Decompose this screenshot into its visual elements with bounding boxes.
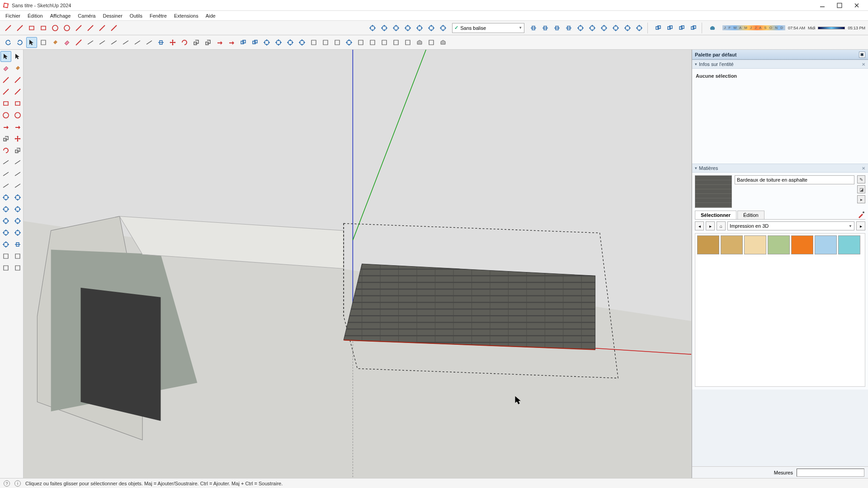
toggle-terrain[interactable] [320,37,331,48]
move-2[interactable] [167,37,178,48]
rotate-tool[interactable] [0,145,11,156]
eraser-tool[interactable] [0,63,11,74]
panel-close-icon[interactable]: ✕ [862,166,865,171]
tag-dropdown[interactable]: ✓ Sans balise ▼ [452,23,524,33]
pan-2[interactable] [273,37,284,48]
zoom-2[interactable] [285,37,296,48]
viewport-3d[interactable] [24,50,692,478]
three-point-arc-tool[interactable] [108,23,119,33]
minimize-button[interactable] [814,0,831,10]
preview-match[interactable] [344,37,354,48]
zoom-tool[interactable] [0,204,11,215]
pushpull-tool[interactable] [0,122,11,132]
solid-union[interactable] [653,23,664,33]
section-plane[interactable] [528,23,539,33]
rotated-rect-l[interactable] [12,98,23,109]
section-fill[interactable] [563,23,574,33]
section-tool[interactable] [156,37,166,48]
zoom-extents[interactable] [587,23,598,33]
get-models[interactable] [355,37,366,48]
lib-fwd-button[interactable]: ▸ [706,221,715,230]
text-tool[interactable] [120,37,131,48]
solid-subtract[interactable] [665,23,675,33]
entity-info-header[interactable]: ▾ Infos sur l'entité ✕ [692,60,868,69]
share-model[interactable] [367,37,378,48]
orbit-tool[interactable] [0,192,11,203]
right-view[interactable] [426,23,437,33]
line-tool[interactable] [3,23,14,33]
iso-view[interactable] [367,23,378,33]
polygon-tool[interactable] [61,23,72,33]
photo-match[interactable] [332,37,343,48]
send-to-layout[interactable] [402,37,413,48]
pie-tool[interactable] [97,23,108,33]
freehand-tool[interactable] [14,23,25,33]
select-tool-2[interactable] [26,37,37,48]
maximize-button[interactable] [831,0,848,10]
menu-fenetre[interactable]: Fenêtre [146,12,170,20]
top-view[interactable] [414,23,425,33]
material-name-input[interactable] [735,175,854,184]
scale-tool[interactable] [12,145,23,156]
position-camera-l[interactable] [0,227,11,238]
offset-tool[interactable] [0,133,11,144]
materials-header[interactable]: ▾ Matières ✕ [692,164,868,173]
scale-2[interactable] [191,37,202,48]
menu-edition[interactable]: Édition [24,12,47,20]
redo[interactable] [14,37,25,48]
rotated-rect-tool[interactable] [38,23,49,33]
next-view[interactable] [610,23,621,33]
zoom-window[interactable] [575,23,586,33]
material-menu-button[interactable]: ▸ [857,195,865,203]
dimension-l[interactable] [0,169,11,179]
look-around[interactable] [12,227,23,238]
followme-2[interactable] [226,37,237,48]
solid-intersect[interactable] [688,23,699,33]
lib-home-button[interactable]: ⌂ [717,221,726,230]
material-swatch[interactable] [838,235,860,254]
create-material-button[interactable]: ✎ [857,175,865,183]
dimension-tool[interactable] [97,37,108,48]
solid-trim[interactable] [676,23,687,33]
zoom-window-l[interactable] [12,204,23,215]
menu-dessiner[interactable]: Dessiner [99,12,126,20]
default-material-button[interactable]: ◪ [857,185,865,193]
sandbox-b[interactable] [12,251,23,262]
info-icon[interactable]: i [14,480,21,487]
menu-affichage[interactable]: Affichage [47,12,75,20]
material-swatch[interactable] [721,235,743,254]
zoom-extents-2[interactable] [297,37,307,48]
menu-outils[interactable]: Outils [126,12,146,20]
front-view[interactable] [379,23,390,33]
lib-back-button[interactable]: ◂ [695,221,704,230]
axes-tool[interactable] [132,37,143,48]
back-view[interactable] [402,23,413,33]
section-cut[interactable] [552,23,562,33]
house-view[interactable] [391,23,401,33]
tray-header[interactable]: Palette par défaut ▣ [692,50,868,60]
export-image[interactable] [391,37,401,48]
material-swatch[interactable] [815,235,837,254]
section-plane-l[interactable] [12,239,23,250]
menu-camera[interactable]: Caméra [74,12,99,20]
material-library-dropdown[interactable]: Impression en 3D ▼ [727,221,854,230]
followme-tool[interactable] [12,122,23,132]
materials-tab-edit[interactable]: Édition [737,211,764,219]
arc-tool-l[interactable] [0,86,11,97]
3d-warehouse[interactable] [438,37,448,48]
line-tool-l[interactable] [0,75,11,85]
tray-collapse-icon[interactable]: ▣ [859,52,865,58]
sandbox-d[interactable] [12,263,23,273]
circle-tool[interactable] [50,23,61,33]
intersect-faces[interactable] [250,37,260,48]
tape-measure-2[interactable] [85,37,96,48]
prev-view-l[interactable] [0,216,11,226]
materials-tab-select[interactable]: Sélectionner [695,211,736,219]
shadow-time-slider[interactable] [818,27,845,29]
help-icon[interactable]: ? [4,480,10,487]
position-camera[interactable] [622,23,633,33]
menu-extensions[interactable]: Extensions [170,12,202,20]
sample-paint-button[interactable] [857,211,865,219]
extension-warehouse[interactable] [414,37,425,48]
shadow-months[interactable]: J F M A M J J A S O N D [722,25,785,30]
